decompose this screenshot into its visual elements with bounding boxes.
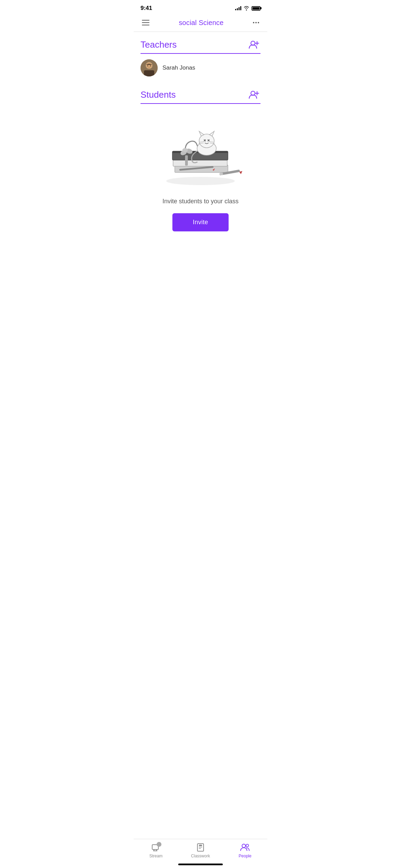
page-title: social Science — [179, 19, 224, 27]
teachers-section-header: Teachers — [134, 32, 267, 53]
teacher-name: Sarah Jonas — [162, 64, 195, 71]
invite-button[interactable]: Invite — [172, 213, 229, 231]
nav-bar: social Science — [134, 14, 267, 32]
main-content: Teachers Sarah Jonas — [134, 32, 267, 279]
add-student-button[interactable] — [247, 89, 260, 100]
add-student-icon — [249, 90, 259, 99]
wifi-icon — [243, 6, 250, 11]
status-time: 9:41 — [141, 5, 152, 12]
status-bar: 9:41 — [134, 0, 267, 14]
svg-point-8 — [150, 65, 151, 67]
more-options-icon[interactable] — [252, 21, 260, 25]
students-empty-state: Invite students to your class Invite — [134, 104, 267, 245]
svg-point-12 — [166, 177, 235, 185]
avatar — [141, 59, 158, 76]
add-teacher-icon — [249, 40, 259, 49]
svg-point-6 — [146, 62, 152, 69]
teacher-item: Sarah Jonas — [134, 54, 267, 82]
empty-invite-text: Invite students to your class — [162, 198, 239, 205]
svg-rect-5 — [144, 70, 154, 76]
students-section-header: Students — [134, 82, 267, 103]
add-teacher-button[interactable] — [247, 39, 260, 50]
status-icons — [235, 6, 260, 11]
battery-icon — [252, 6, 260, 11]
menu-icon[interactable] — [141, 19, 151, 27]
svg-rect-39 — [219, 172, 223, 176]
teachers-section-title: Teachers — [141, 39, 177, 50]
signal-icon — [235, 6, 241, 10]
svg-rect-33 — [185, 155, 188, 166]
svg-point-7 — [147, 65, 148, 67]
empty-illustration — [156, 114, 245, 190]
svg-point-36 — [182, 148, 188, 152]
students-section-title: Students — [141, 89, 176, 100]
